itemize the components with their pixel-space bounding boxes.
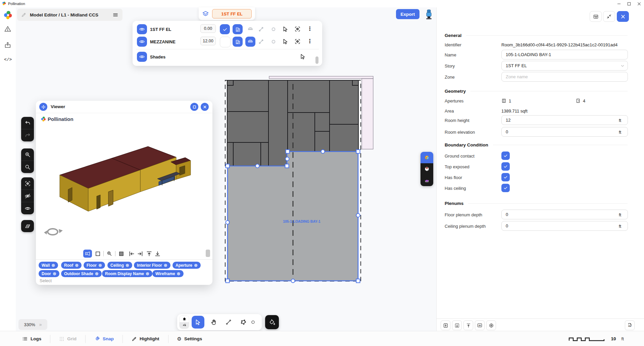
remove-chip-icon[interactable]: ⊗ — [75, 263, 79, 267]
zoom-level-pill[interactable]: 330% » — [18, 319, 47, 330]
zoom-to-story-icon[interactable] — [294, 26, 301, 32]
hide-button[interactable] — [21, 189, 34, 202]
close-panel-button[interactable] — [617, 11, 629, 22]
menu-hamburger-icon[interactable] — [112, 12, 118, 18]
room-elevation-input[interactable] — [501, 127, 628, 137]
zoom-window-button[interactable] — [21, 148, 34, 161]
current-story-pill[interactable]: 1ST FF EL — [212, 9, 252, 18]
orbit-compass-icon[interactable] — [43, 224, 65, 239]
drag-move-icon[interactable] — [39, 103, 47, 111]
export-dropped-button[interactable] — [452, 320, 462, 330]
room[interactable] — [352, 80, 358, 85]
layers-icon[interactable] — [202, 10, 209, 17]
has-floor-checkbox[interactable] — [501, 173, 510, 181]
has-ceiling-checkbox[interactable] — [501, 184, 510, 192]
story-down-button[interactable] — [153, 250, 162, 258]
tab-snap[interactable]: Snap — [86, 336, 122, 342]
pan-tool-button[interactable] — [207, 316, 220, 329]
orthographic-view-button[interactable] — [93, 250, 102, 258]
link-elevation-icon[interactable] — [258, 26, 264, 32]
select-story-cursor-icon[interactable] — [282, 26, 289, 32]
undo-button[interactable] — [21, 117, 34, 129]
plane-view-button[interactable] — [420, 175, 433, 186]
tab-grid[interactable]: Grid — [50, 336, 85, 342]
zoom-to-story-icon[interactable] — [294, 38, 301, 45]
search-button[interactable] — [21, 161, 34, 173]
story-options-kebab-icon[interactable]: ⋮ — [307, 38, 312, 44]
story-elevation-input[interactable] — [200, 37, 216, 45]
chip-wireframe[interactable]: Wireframe⊗ — [152, 270, 184, 277]
zoom-selected-button[interactable] — [21, 177, 34, 189]
show-button[interactable] — [21, 202, 34, 214]
ceiling-plenum-input[interactable] — [501, 221, 628, 231]
remove-chip-icon[interactable]: ⊗ — [164, 263, 167, 267]
first-story-button[interactable] — [127, 250, 136, 258]
room[interactable] — [330, 124, 358, 152]
room[interactable] — [330, 80, 358, 124]
close-button[interactable] — [634, 0, 644, 7]
export-pdf-button[interactable]: PDF — [625, 320, 635, 330]
viewer-close-button[interactable] — [201, 103, 209, 111]
chip-floor[interactable]: Floor⊗ — [84, 262, 105, 269]
remove-chip-icon[interactable]: ⊗ — [177, 271, 181, 276]
geometry-mode-switch[interactable] — [180, 316, 189, 329]
room[interactable] — [233, 142, 261, 166]
zone-input[interactable] — [501, 72, 628, 82]
zoom-expand-icon[interactable]: » — [39, 322, 42, 327]
line-tool-button[interactable] — [222, 316, 235, 329]
story-select[interactable]: 1ST FF EL — [501, 61, 628, 71]
pollination-logo-icon[interactable] — [3, 10, 13, 20]
room[interactable] — [261, 142, 268, 166]
chip-roof[interactable]: Roof⊗ — [61, 262, 82, 269]
collapse-panel-button[interactable] — [603, 11, 615, 22]
warnings-icon[interactable] — [4, 25, 11, 33]
active-story-checkbox[interactable] — [220, 24, 230, 34]
visibility-eye-button[interactable] — [137, 37, 147, 47]
story-options-kebab-icon[interactable]: ⋮ — [307, 26, 312, 32]
radio-circle-icon[interactable] — [271, 27, 276, 31]
chip-ceiling[interactable]: Ceiling⊗ — [107, 262, 132, 269]
ground-contact-checkbox[interactable] — [501, 152, 510, 160]
viewer-scrollbar[interactable] — [206, 250, 210, 257]
section-plane-icon[interactable] — [21, 220, 34, 232]
remove-chip-icon[interactable]: ⊗ — [53, 271, 56, 276]
viewer-3d-model[interactable] — [58, 130, 192, 230]
redo-button[interactable] — [21, 129, 34, 141]
active-story-checkbox[interactable] — [220, 37, 231, 47]
room[interactable] — [227, 112, 268, 142]
radio-circle-icon[interactable] — [271, 40, 276, 44]
link-elevation-icon[interactable] — [258, 39, 264, 45]
floor-plan[interactable]: 105-1-LOADING BAY-1 — [225, 76, 374, 284]
shades-visibility-button[interactable] — [245, 37, 255, 47]
chip-select-input[interactable]: Select — [40, 278, 52, 283]
chip-aperture[interactable]: Aperture⊗ — [172, 262, 201, 269]
remove-chip-icon[interactable]: ⊗ — [98, 263, 102, 267]
export-model-icon[interactable] — [4, 41, 11, 49]
tab-highlight[interactable]: Highlight — [123, 336, 168, 342]
context-mode-button[interactable] — [180, 322, 189, 329]
rooms-visibility-button[interactable] — [233, 37, 243, 47]
last-story-button[interactable] — [136, 250, 144, 258]
tab-logs[interactable]: Logs — [13, 336, 50, 342]
room-name-input[interactable] — [501, 50, 628, 59]
shades-visibility-button[interactable] — [245, 24, 255, 34]
shade-strip-right[interactable] — [362, 79, 373, 149]
edit-pencil-icon[interactable] — [21, 12, 27, 17]
export-button[interactable]: Export — [396, 9, 419, 19]
shade-strip-top[interactable] — [269, 76, 373, 79]
room[interactable] — [288, 113, 315, 152]
code-icon[interactable]: </> — [4, 57, 12, 62]
remove-chip-icon[interactable]: ⊗ — [194, 263, 198, 267]
solid-view-button[interactable] — [420, 163, 433, 175]
viewer-maximize-button[interactable] — [190, 103, 198, 111]
3d-view-button[interactable]: 3D — [475, 320, 485, 330]
story-elevation-input[interactable] — [200, 24, 216, 33]
zoom-extents-button[interactable] — [105, 250, 114, 258]
chip-outdoor-shade[interactable]: Outdoor Shade⊗ — [61, 270, 102, 277]
remove-chip-icon[interactable]: ⊗ — [51, 263, 55, 267]
panel-scrollbar[interactable] — [315, 56, 318, 64]
daylight-wheel-button[interactable] — [486, 320, 496, 330]
model-canvas[interactable]: Model Editor / L1 - Midland CCS 1ST FF E… — [16, 7, 436, 331]
room[interactable] — [227, 80, 233, 85]
room[interactable] — [315, 113, 330, 131]
